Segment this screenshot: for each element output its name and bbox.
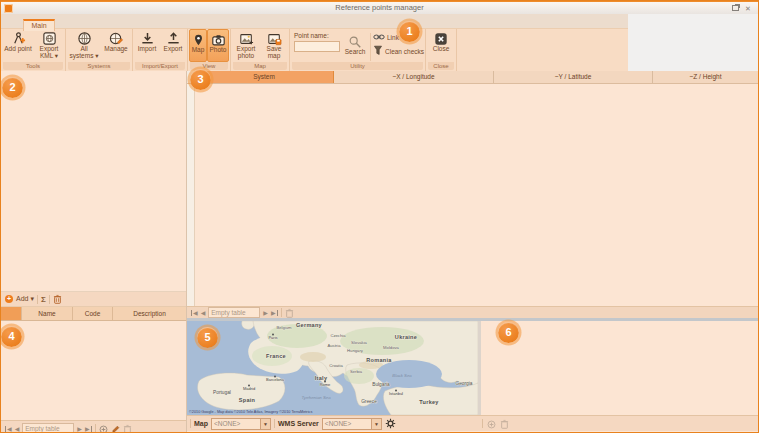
- map-toggle-button[interactable]: Map: [189, 29, 207, 62]
- manage-label: Manage: [104, 46, 128, 53]
- export-kml-button[interactable]: Export KML ▾: [34, 29, 64, 62]
- last-record-button[interactable]: ▶: [85, 424, 92, 433]
- delete-record-button[interactable]: [500, 415, 509, 433]
- restore-window-button[interactable]: [730, 4, 740, 13]
- systems-tree-panel[interactable]: [1, 71, 186, 292]
- close-icon: [434, 31, 448, 46]
- left-panel: + Add ▾ Σ Name Code Description ◀ ◀ Empt…: [1, 71, 187, 432]
- prev-record-button[interactable]: ◀: [201, 308, 206, 318]
- map-label: Greece: [361, 399, 377, 404]
- clean-checks-button[interactable]: Clean checks: [373, 45, 424, 57]
- map-settings-button[interactable]: [385, 415, 396, 433]
- ribbon-group-close: Close Close: [426, 29, 457, 71]
- map-label: Czechia: [330, 333, 346, 338]
- search-button[interactable]: Search: [342, 32, 368, 56]
- map-label: Portugal: [213, 390, 231, 395]
- export-icon: [166, 31, 181, 46]
- camera-icon: [211, 32, 226, 47]
- ribbon-group-systems: All systems ▾ Manage Systems: [66, 29, 133, 71]
- add-dropdown-button[interactable]: Add ▾: [16, 295, 34, 303]
- photo-toggle-button[interactable]: Photo: [207, 29, 229, 62]
- sum-button[interactable]: Σ: [41, 295, 46, 304]
- ribbon-group-view: Map Photo View: [188, 29, 231, 71]
- row-selector-header[interactable]: [1, 307, 22, 320]
- add-point-button[interactable]: Add point: [2, 29, 34, 62]
- column-header-system[interactable]: System: [195, 71, 334, 83]
- group-caption-import-export: Import/Export: [135, 62, 185, 70]
- delete-button[interactable]: [53, 294, 62, 305]
- close-window-button[interactable]: ✕: [743, 4, 753, 13]
- first-record-button[interactable]: ◀: [191, 308, 198, 318]
- group-caption-tools: Tools: [3, 62, 63, 70]
- map-label: Romania: [366, 357, 392, 363]
- all-systems-button[interactable]: All systems ▾: [67, 29, 101, 62]
- map-label: Belgium: [276, 325, 292, 330]
- map-label: Paris: [268, 335, 277, 340]
- export-photo-button[interactable]: Export photo: [232, 29, 260, 62]
- append-record-button[interactable]: [99, 420, 108, 433]
- wms-server-value: <NONE>: [323, 419, 371, 429]
- record-status-box: Empty table: [22, 423, 74, 433]
- map-type-select[interactable]: <NONE> ▼: [211, 418, 271, 430]
- map-label: Spain: [239, 397, 256, 403]
- systems-grid-body[interactable]: [187, 84, 758, 307]
- map-label: Italy: [315, 375, 328, 381]
- map-label: Moldova: [383, 345, 399, 350]
- ribbon: Main Add point Export KML ▾: [1, 14, 628, 71]
- next-record-button[interactable]: ▶: [263, 308, 268, 318]
- export-button[interactable]: Export: [160, 29, 186, 62]
- map-label: Serbia: [350, 369, 363, 374]
- delete-record-button[interactable]: [123, 420, 132, 433]
- map-label: Tyrrhenian Sea: [301, 395, 331, 400]
- column-header-y-latitude[interactable]: ~Y / Latitude: [494, 71, 653, 83]
- export-photo-label: Export photo: [233, 46, 259, 60]
- wms-server-select[interactable]: <NONE> ▼: [322, 418, 382, 430]
- map-attribution: ©2010 Google - Map data ©2010 Tele Atlas…: [189, 410, 312, 414]
- map-view[interactable]: GermanyBelgiumParisCzechiaAustriaSlovaki…: [187, 321, 478, 415]
- systems-grid-header: System ~X / Longitude ~Y / Latitude ~Z /…: [187, 71, 758, 84]
- point-name-input[interactable]: [294, 41, 340, 52]
- map-label: Madrid: [243, 386, 255, 391]
- edit-record-button[interactable]: [111, 420, 120, 433]
- map-label: Georgia: [455, 381, 472, 386]
- utility-separator: [370, 33, 371, 61]
- column-header-name[interactable]: Name: [22, 307, 73, 320]
- manage-icon: [109, 31, 124, 46]
- last-record-button[interactable]: ▶: [271, 308, 278, 318]
- append-record-button[interactable]: [487, 415, 496, 433]
- first-record-button[interactable]: ◀: [5, 424, 12, 433]
- navigator-separator: [281, 308, 282, 317]
- annotation-badge-4: 4: [1, 326, 22, 347]
- column-header-description[interactable]: Description: [113, 307, 186, 320]
- ribbon-spacer: [457, 29, 628, 71]
- detail-panel[interactable]: [481, 321, 758, 415]
- prev-record-button[interactable]: ◀: [15, 424, 20, 433]
- save-map-button[interactable]: Save map: [260, 29, 288, 62]
- close-button[interactable]: Close: [427, 29, 455, 62]
- photo-toggle-label: Photo: [210, 47, 227, 54]
- import-button[interactable]: Import: [134, 29, 160, 62]
- add-point-icon: [11, 31, 26, 46]
- export-photo-icon: [239, 31, 254, 46]
- ribbon-group-import-export: Import Export Import/Export: [133, 29, 188, 71]
- map-toggle-label: Map: [192, 47, 205, 54]
- save-map-label: Save map: [261, 46, 287, 60]
- annotation-badge-3: 3: [190, 69, 211, 90]
- column-header-x-longitude[interactable]: ~X / Longitude: [334, 71, 494, 83]
- column-header-z-height[interactable]: ~Z / Height: [653, 71, 758, 83]
- ribbon-tab-row: Main: [1, 14, 628, 29]
- annotation-badge-1: 1: [399, 21, 420, 42]
- next-record-button[interactable]: ▶: [77, 424, 82, 433]
- chevron-down-icon: ▼: [260, 419, 270, 429]
- points-grid-body[interactable]: [1, 321, 186, 420]
- row-indicator-strip: [187, 84, 195, 307]
- all-systems-icon: [77, 31, 92, 46]
- export-kml-icon: [42, 31, 57, 46]
- manage-button[interactable]: Manage: [101, 29, 131, 62]
- ribbon-group-map: Export photo Save map Map: [231, 29, 290, 71]
- toolbar-separator: [190, 419, 191, 428]
- map-label: Hungary: [347, 348, 364, 353]
- map-label: Ukraine: [395, 334, 417, 340]
- link-icon: [373, 33, 385, 42]
- column-header-code[interactable]: Code: [73, 307, 113, 320]
